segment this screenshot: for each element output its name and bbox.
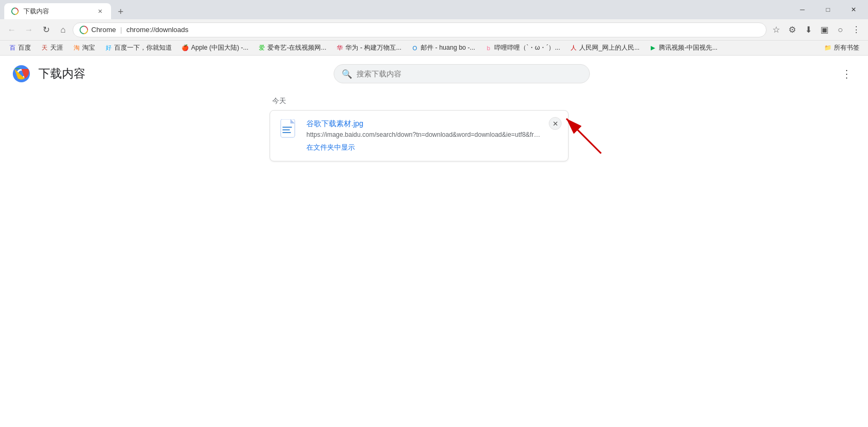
bookmark-iqiyi-icon: 爱	[258, 44, 265, 52]
file-url: https://image.baidu.com/search/down?tn=d…	[306, 131, 541, 138]
page-header: 下载内容 🔍 ⋮	[0, 56, 868, 92]
menu-button[interactable]: ⋮	[849, 22, 864, 37]
bookmarks-bar: 百 百度 天 天涯 淘 淘宝 好 百度一下，你就知道 🍎 Apple (中国大陆…	[0, 41, 868, 56]
bookmark-apple-icon: 🍎	[182, 44, 189, 52]
bookmark-haosou-icon: 好	[105, 44, 112, 52]
reload-icon: ↻	[43, 25, 50, 35]
downloads-section: 今天 谷歌下载素材.jpg https://image.baidu.com/se…	[0, 92, 868, 161]
chrome-logo	[13, 65, 30, 82]
bookmark-renmin[interactable]: 人 人民网_网上的人民...	[565, 42, 644, 53]
page-more-button[interactable]: ⋮	[838, 65, 855, 82]
bookmark-bilibili-icon: b	[485, 44, 492, 52]
page-title: 下载内容	[38, 66, 85, 82]
bookmarks-right: 📁 所有书签	[820, 42, 864, 53]
bookmark-tianya-label: 天涯	[50, 43, 63, 52]
svg-rect-7	[282, 127, 292, 128]
main-content: 下载内容 🔍 ⋮ 今天	[0, 56, 868, 427]
page-more-icon: ⋮	[841, 67, 852, 80]
address-url: chrome://downloads	[127, 26, 188, 34]
reload-button[interactable]: ↻	[38, 22, 53, 37]
active-tab[interactable]: 下载内容 ✕	[4, 3, 111, 19]
bookmark-tencent-icon: ▶	[649, 44, 657, 52]
profile-icon: ○	[838, 25, 843, 35]
bookmark-baidu-label: 百度	[18, 43, 31, 52]
minimize-button[interactable]: ─	[790, 0, 815, 19]
bookmark-bilibili[interactable]: b 哔哩哔哩（`・ω・´）...	[480, 42, 564, 53]
titlebar-controls: ─ □ ✕	[790, 0, 868, 19]
address-favicon	[80, 26, 88, 34]
bookmark-taobao[interactable]: 淘 淘宝	[68, 42, 99, 53]
maximize-button[interactable]: □	[816, 0, 840, 19]
bookmark-huawei-icon: 华	[336, 44, 343, 52]
bookmark-renmin-label: 人民网_网上的人民...	[579, 43, 640, 52]
bookmark-all[interactable]: 📁 所有书签	[820, 42, 864, 53]
bookmark-haosou[interactable]: 好 百度一下，你就知道	[100, 42, 176, 53]
bookmark-taobao-label: 淘宝	[82, 43, 95, 52]
site-name: Chrome	[91, 26, 116, 34]
download-button[interactable]: ⬇	[801, 22, 816, 37]
bookmark-renmin-icon: 人	[570, 44, 577, 52]
extensions-icon: ⚙	[788, 25, 796, 35]
bookmark-star-button[interactable]: ☆	[769, 22, 784, 37]
svg-line-11	[566, 119, 601, 153]
window-close-button[interactable]: ✕	[841, 0, 866, 19]
home-icon: ⌂	[60, 25, 66, 35]
tab-close-button[interactable]: ✕	[95, 6, 105, 16]
address-separator: |	[120, 26, 122, 34]
bookmark-bilibili-label: 哔哩哔哩（`・ω・´）...	[494, 43, 560, 52]
tab-title: 下载内容	[23, 7, 91, 16]
download-close-button[interactable]: ✕	[549, 117, 562, 130]
search-input[interactable]	[357, 69, 582, 78]
arrow-overlay	[553, 105, 617, 169]
bookmark-tianya-icon: 天	[41, 44, 48, 52]
bookmark-baidu-icon: 百	[9, 44, 16, 52]
search-container: 🔍	[94, 64, 830, 83]
section-label: 今天	[0, 92, 868, 110]
titlebar: 下载内容 ✕ + ─ □ ✕	[0, 0, 868, 19]
address-bar[interactable]: Chrome | chrome://downloads	[73, 22, 767, 37]
forward-button[interactable]: →	[21, 22, 36, 37]
bookmark-huawei-label: 华为 - 构建万物互...	[345, 43, 401, 52]
file-icon	[279, 119, 300, 141]
back-button[interactable]: ←	[4, 22, 19, 37]
bookmark-baidu[interactable]: 百 百度	[4, 42, 35, 53]
bookmark-all-icon: 📁	[824, 44, 832, 52]
sidebar-button[interactable]: ▣	[817, 22, 832, 37]
show-in-folder-link[interactable]: 在文件夹中显示	[306, 143, 559, 152]
search-box[interactable]: 🔍	[334, 64, 590, 83]
bookmark-iqiyi-label: 爱奇艺-在线视频网...	[267, 43, 326, 52]
bookmark-tencent-label: 腾讯视频-中国视先...	[659, 43, 717, 52]
new-tab-button[interactable]: +	[113, 4, 128, 19]
bookmark-haosou-label: 百度一下，你就知道	[114, 43, 172, 52]
search-icon: 🔍	[342, 69, 352, 79]
forward-icon: →	[25, 25, 33, 35]
svg-rect-9	[282, 132, 291, 133]
back-icon: ←	[7, 25, 16, 35]
tab-favicon	[11, 7, 19, 15]
bookmark-outlook-icon: O	[411, 44, 419, 52]
download-icon: ⬇	[805, 25, 812, 35]
download-info: 谷歌下载素材.jpg https://image.baidu.com/searc…	[306, 119, 559, 152]
bookmark-apple-label: Apple (中国大陆) -...	[191, 43, 248, 52]
bookmark-huawei[interactable]: 华 华为 - 构建万物互...	[332, 42, 406, 53]
sidebar-icon: ▣	[820, 25, 828, 35]
bookmark-outlook[interactable]: O 邮件 - huang bo -...	[407, 42, 479, 53]
bookmark-iqiyi[interactable]: 爱 爱奇艺-在线视频网...	[254, 42, 330, 53]
home-button[interactable]: ⌂	[56, 22, 70, 37]
bookmark-apple[interactable]: 🍎 Apple (中国大陆) -...	[177, 42, 252, 53]
bookmark-tianya[interactable]: 天 天涯	[36, 42, 67, 53]
profile-button[interactable]: ○	[833, 22, 848, 37]
bookmark-outlook-label: 邮件 - huang bo -...	[421, 43, 475, 52]
bookmark-all-label: 所有书签	[834, 43, 859, 52]
bookmark-tencent[interactable]: ▶ 腾讯视频-中国视先...	[645, 42, 722, 53]
titlebar-left: 下载内容 ✕ +	[0, 0, 128, 19]
bookmark-star-icon: ☆	[772, 25, 780, 35]
menu-icon: ⋮	[852, 25, 861, 35]
navbar-right: ☆ ⚙ ⬇ ▣ ○ ⋮	[769, 22, 864, 37]
extensions-button[interactable]: ⚙	[785, 22, 800, 37]
bookmark-taobao-icon: 淘	[73, 44, 80, 52]
file-name-link[interactable]: 谷歌下载素材.jpg	[306, 119, 559, 129]
download-card: 谷歌下载素材.jpg https://image.baidu.com/searc…	[270, 110, 569, 161]
navbar: ← → ↻ ⌂ Chrome | chrome://downloads ☆ ⚙ …	[0, 19, 868, 41]
svg-rect-8	[282, 129, 290, 130]
